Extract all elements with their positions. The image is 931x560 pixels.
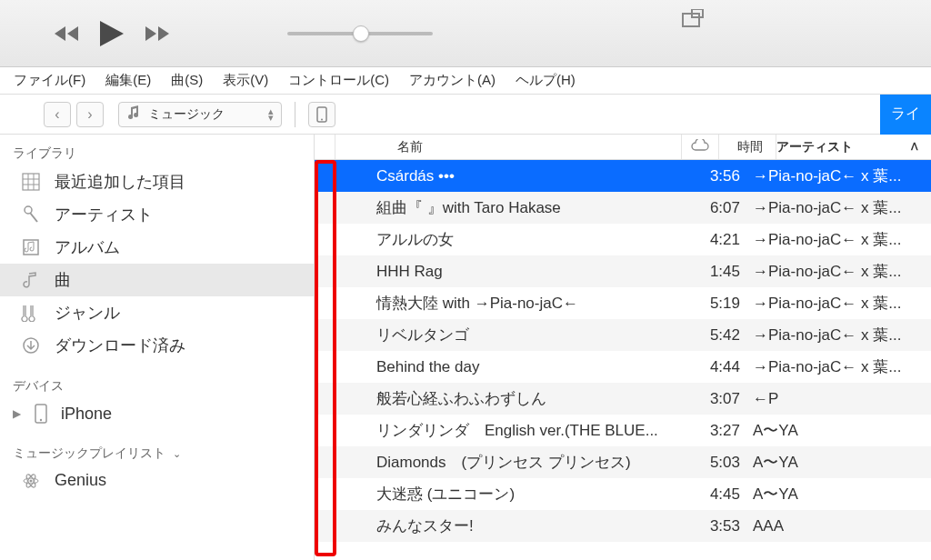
playback-controls — [55, 19, 169, 48]
column-name[interactable]: 名前 — [397, 139, 423, 154]
track-time: 3:56 — [696, 167, 753, 185]
track-artist: →Pia-no-jaC← x 葉... — [753, 229, 931, 250]
sidebar: ライブラリ 最近追加した項目 アーティスト アルバム 曲 ジャンル ダウンロード… — [0, 135, 315, 560]
track-time: 3:07 — [696, 390, 753, 408]
sidebar-item-songs[interactable]: 曲 — [0, 264, 314, 296]
sidebar-item-recent[interactable]: 最近追加した項目 — [0, 165, 314, 198]
cloud-icon — [690, 139, 710, 155]
track-row[interactable]: 情熱大陸 with →Pia-no-jaC←5:19→Pia-no-jaC← x… — [315, 287, 931, 319]
track-time: 5:42 — [696, 326, 753, 345]
iphone-icon — [30, 404, 52, 424]
track-row[interactable]: Behind the day4:44→Pia-no-jaC← x 葉... — [315, 351, 931, 383]
track-time: 3:53 — [696, 517, 753, 535]
menu-account[interactable]: アカウント(A) — [409, 72, 496, 89]
track-row[interactable]: 組曲『 』with Taro Hakase6:07→Pia-no-jaC← x … — [315, 192, 931, 224]
track-name: 般若心経ふわふわずしん — [315, 388, 660, 409]
track-time: 6:07 — [696, 199, 753, 217]
svg-point-13 — [30, 479, 33, 482]
track-artist: →Pia-no-jaC← x 葉... — [753, 261, 931, 282]
sidebar-item-label: 曲 — [55, 269, 71, 291]
next-button[interactable] — [142, 25, 169, 43]
previous-button[interactable] — [55, 25, 82, 43]
sidebar-header-playlists: ミュージックプレイリスト⌄ — [0, 440, 314, 465]
sidebar-item-downloaded[interactable]: ダウンロード済み — [0, 329, 314, 362]
sidebar-item-genius[interactable]: Genius — [0, 465, 314, 495]
track-artist: A〜YA — [753, 452, 931, 473]
track-row[interactable]: アルルの女4:21→Pia-no-jaC← x 葉... — [315, 224, 931, 255]
track-name: リンダリンダ English ver.(THE BLUE... — [315, 420, 660, 441]
track-name: HHH Rag — [315, 263, 660, 281]
track-artist: →Pia-no-jaC← x 葉... — [753, 325, 931, 345]
genius-icon — [20, 472, 42, 490]
track-time: 4:44 — [696, 358, 753, 376]
back-button[interactable]: ‹ — [44, 102, 71, 127]
svg-rect-4 — [23, 174, 39, 190]
volume-slider[interactable] — [287, 32, 433, 35]
track-row[interactable]: みんなスター!3:53AAA — [315, 510, 931, 542]
track-name: みんなスター! — [315, 515, 660, 536]
track-name: 大迷惑 (ユニコーン) — [315, 484, 660, 505]
column-time[interactable]: 時間 — [737, 139, 763, 154]
sidebar-item-label: Genius — [55, 471, 106, 490]
svg-point-3 — [321, 118, 323, 120]
miniplayer-icon[interactable] — [682, 9, 704, 30]
sidebar-item-label: アルバム — [55, 236, 120, 258]
section-label: ミュージック — [148, 106, 225, 123]
track-artist: AAA — [753, 517, 931, 535]
track-row[interactable]: 大迷惑 (ユニコーン)4:45A〜YA — [315, 478, 931, 510]
track-artist: →Pia-no-jaC← x 葉... — [753, 356, 931, 377]
menu-file[interactable]: ファイル(F) — [14, 72, 85, 89]
track-row[interactable]: リンダリンダ English ver.(THE BLUE...3:27A〜YA — [315, 415, 931, 446]
menubar: ファイル(F) 編集(E) 曲(S) 表示(V) コントロール(C) アカウント… — [0, 67, 931, 95]
menu-control[interactable]: コントロール(C) — [288, 72, 389, 89]
column-artist[interactable]: アーティスト — [776, 139, 853, 155]
column-headers: 名前 時間 アーティストᐱ — [315, 135, 931, 160]
play-button[interactable] — [98, 19, 125, 48]
track-artist: →Pia-no-jaC← x 葉... — [753, 197, 931, 218]
track-name: アルルの女 — [315, 229, 660, 250]
sidebar-item-genres[interactable]: ジャンル — [0, 296, 314, 329]
sidebar-item-label: アーティスト — [55, 204, 153, 225]
track-name: Csárdás ••• — [315, 167, 660, 185]
track-artist: →Pia-no-jaC← x 葉... — [753, 293, 931, 314]
track-time: 3:27 — [696, 422, 753, 440]
device-button[interactable] — [308, 102, 335, 127]
menu-help[interactable]: ヘルプ(H) — [516, 72, 576, 89]
track-time: 5:03 — [696, 454, 753, 472]
track-rows: Csárdás •••3:56→Pia-no-jaC← x 葉...組曲『 』w… — [315, 160, 931, 542]
track-name: Diamonds (プリンセス プリンセス) — [315, 452, 660, 473]
sort-asc-icon: ᐱ — [911, 141, 918, 153]
sidebar-item-label: ジャンル — [55, 302, 120, 324]
sidebar-item-label: ダウンロード済み — [55, 335, 185, 356]
track-artist: A〜YA — [753, 420, 931, 441]
forward-button[interactable]: › — [76, 102, 104, 127]
track-row[interactable]: リベルタンゴ5:42→Pia-no-jaC← x 葉... — [315, 319, 931, 351]
menu-view[interactable]: 表示(V) — [223, 72, 268, 89]
section-dropdown[interactable]: ミュージック ▴▾ — [118, 102, 282, 127]
track-time: 4:21 — [696, 231, 753, 249]
sidebar-item-iphone[interactable]: ▶ iPhone — [0, 398, 314, 429]
navigation-bar: ‹ › ミュージック ▴▾ ライ — [0, 95, 931, 135]
menu-song[interactable]: 曲(S) — [171, 72, 203, 89]
sidebar-item-albums[interactable]: アルバム — [0, 231, 314, 264]
album-icon — [20, 238, 42, 256]
column-cloud[interactable] — [682, 139, 718, 155]
track-row[interactable]: HHH Rag1:45→Pia-no-jaC← x 葉... — [315, 255, 931, 287]
sidebar-header-devices: デバイス — [0, 373, 314, 398]
track-row[interactable]: Csárdás •••3:56→Pia-no-jaC← x 葉... — [315, 160, 931, 192]
menu-edit[interactable]: 編集(E) — [105, 72, 151, 89]
chevron-down-icon[interactable]: ⌄ — [173, 448, 181, 460]
sidebar-item-artists[interactable]: アーティスト — [0, 198, 314, 231]
track-name: Behind the day — [315, 358, 660, 376]
track-time: 5:19 — [696, 295, 753, 313]
updown-icon: ▴▾ — [268, 108, 274, 121]
chevron-right-icon: ▶ — [13, 407, 21, 420]
download-icon — [20, 336, 42, 355]
track-row[interactable]: 般若心経ふわふわずしん3:07←P — [315, 383, 931, 415]
guitar-icon — [20, 304, 42, 322]
player-toolbar — [0, 0, 931, 67]
sidebar-item-label: iPhone — [61, 405, 112, 424]
track-time: 4:45 — [696, 485, 753, 504]
track-row[interactable]: Diamonds (プリンセス プリンセス)5:03A〜YA — [315, 446, 931, 478]
library-tab[interactable]: ライ — [880, 95, 931, 135]
